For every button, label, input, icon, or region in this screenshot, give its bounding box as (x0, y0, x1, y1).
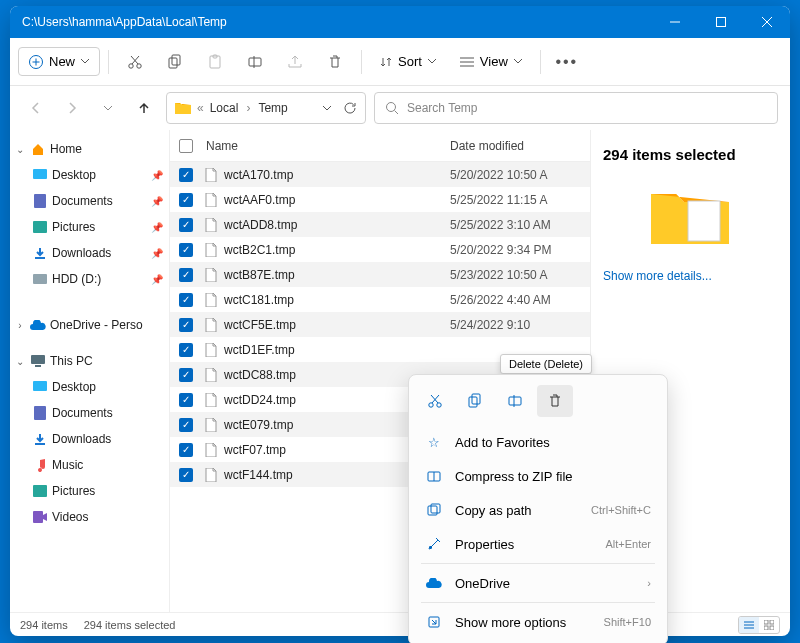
row-checkbox[interactable]: ✓ (179, 168, 193, 182)
file-icon (202, 368, 220, 382)
svg-rect-44 (469, 397, 477, 407)
sidebar-item-downloads2[interactable]: Downloads (10, 426, 169, 452)
status-count: 294 items (20, 619, 68, 631)
icons-view-button[interactable] (759, 617, 779, 633)
sidebar-item-onedrive[interactable]: ›OneDrive - Perso (10, 312, 169, 338)
svg-line-42 (432, 395, 439, 403)
more-button[interactable]: ••• (549, 44, 585, 80)
copy-button[interactable] (157, 44, 193, 80)
sidebar-item-music[interactable]: Music (10, 452, 169, 478)
table-row[interactable]: ✓wctADD8.tmp5/25/2022 3:10 AM (170, 212, 590, 237)
row-checkbox[interactable]: ✓ (179, 443, 193, 457)
svg-rect-29 (34, 406, 46, 420)
ctx-onedrive[interactable]: OneDrive› (415, 566, 661, 600)
ctx-rename-icon[interactable] (497, 385, 533, 417)
crumb-ellipsis: « (197, 101, 204, 115)
ctx-more-options[interactable]: Show more optionsShift+F10 (415, 605, 661, 639)
svg-rect-12 (172, 55, 180, 65)
file-icon (202, 343, 220, 357)
sort-button[interactable]: Sort (370, 48, 446, 75)
ctx-properties[interactable]: PropertiesAlt+Enter (415, 527, 661, 561)
recent-button[interactable] (94, 94, 122, 122)
ctx-copy-icon[interactable] (457, 385, 493, 417)
search-box[interactable]: Search Temp (374, 92, 778, 124)
column-headers: Name Date modified (170, 130, 590, 162)
sidebar-item-hdd[interactable]: HDD (D:)📌 (10, 266, 169, 292)
row-checkbox[interactable]: ✓ (179, 268, 193, 282)
row-checkbox[interactable]: ✓ (179, 393, 193, 407)
column-date[interactable]: Date modified (450, 139, 590, 153)
ctx-copy-path[interactable]: Copy as pathCtrl+Shift+C (415, 493, 661, 527)
ctx-cut-icon[interactable] (417, 385, 453, 417)
sidebar-item-desktop2[interactable]: Desktop (10, 374, 169, 400)
column-name[interactable]: Name (202, 139, 450, 153)
share-button[interactable] (277, 44, 313, 80)
sidebar-item-thispc[interactable]: ⌄This PC (10, 348, 169, 374)
svg-rect-31 (33, 511, 43, 523)
svg-rect-45 (472, 394, 480, 404)
ctx-compress-zip[interactable]: Compress to ZIP file (415, 459, 661, 493)
file-name: wctADD8.tmp (220, 218, 450, 232)
svg-rect-30 (33, 485, 47, 497)
file-name: wctCF5E.tmp (220, 318, 450, 332)
titlebar[interactable]: C:\Users\hamma\AppData\Local\Temp (10, 6, 790, 38)
table-row[interactable]: ✓wctA170.tmp5/20/2022 10:50 A (170, 162, 590, 187)
delete-button[interactable] (317, 44, 353, 80)
table-row[interactable]: ✓wctB87E.tmp5/23/2022 10:50 A (170, 262, 590, 287)
sidebar-item-desktop[interactable]: Desktop📌 (10, 162, 169, 188)
chevron-down-icon (81, 59, 89, 64)
new-button[interactable]: New (18, 47, 100, 76)
row-checkbox[interactable]: ✓ (179, 293, 193, 307)
crumb-local[interactable]: Local (210, 101, 239, 115)
sidebar-item-pictures2[interactable]: Pictures (10, 478, 169, 504)
show-more-link[interactable]: Show more details... (603, 269, 778, 283)
ctx-delete-icon[interactable] (537, 385, 573, 417)
details-view-button[interactable] (739, 617, 759, 633)
view-toggle[interactable] (738, 616, 780, 634)
forward-button[interactable] (58, 94, 86, 122)
sidebar-item-home[interactable]: ⌄Home (10, 136, 169, 162)
address-bar[interactable]: « Local › Temp (166, 92, 366, 124)
sidebar-item-documents[interactable]: Documents📌 (10, 188, 169, 214)
row-checkbox[interactable]: ✓ (179, 368, 193, 382)
row-checkbox[interactable]: ✓ (179, 318, 193, 332)
row-checkbox[interactable]: ✓ (179, 343, 193, 357)
row-checkbox[interactable]: ✓ (179, 418, 193, 432)
back-button[interactable] (22, 94, 50, 122)
table-row[interactable]: ✓wctAAF0.tmp5/25/2022 11:15 A (170, 187, 590, 212)
zip-icon (425, 469, 443, 483)
view-icon (460, 56, 474, 68)
row-checkbox[interactable]: ✓ (179, 243, 193, 257)
file-name: wctD1EF.tmp (220, 343, 450, 357)
minimize-button[interactable] (652, 6, 698, 38)
pc-icon (30, 353, 46, 369)
sidebar-item-documents2[interactable]: Documents (10, 400, 169, 426)
row-checkbox[interactable]: ✓ (179, 468, 193, 482)
view-button[interactable]: View (450, 48, 532, 75)
sidebar-item-downloads[interactable]: Downloads📌 (10, 240, 169, 266)
close-button[interactable] (744, 6, 790, 38)
table-row[interactable]: ✓wctB2C1.tmp5/20/2022 9:34 PM (170, 237, 590, 262)
cut-button[interactable] (117, 44, 153, 80)
paste-button[interactable] (197, 44, 233, 80)
select-all-checkbox[interactable] (179, 139, 193, 153)
file-icon (202, 268, 220, 282)
refresh-icon[interactable] (343, 101, 357, 115)
row-checkbox[interactable]: ✓ (179, 193, 193, 207)
rename-button[interactable] (237, 44, 273, 80)
svg-rect-15 (249, 58, 261, 66)
row-checkbox[interactable]: ✓ (179, 218, 193, 232)
up-button[interactable] (130, 94, 158, 122)
crumb-temp[interactable]: Temp (258, 101, 287, 115)
table-row[interactable]: ✓wctCF5E.tmp5/24/2022 9:10 (170, 312, 590, 337)
sidebar-item-videos[interactable]: Videos (10, 504, 169, 530)
file-icon (202, 193, 220, 207)
ctx-add-favorites[interactable]: ☆Add to Favorites (415, 425, 661, 459)
chevron-down-icon[interactable] (323, 106, 331, 111)
maximize-button[interactable] (698, 6, 744, 38)
table-row[interactable]: ✓wctC181.tmp5/26/2022 4:40 AM (170, 287, 590, 312)
sidebar-item-pictures[interactable]: Pictures📌 (10, 214, 169, 240)
svg-rect-27 (35, 365, 41, 367)
svg-point-40 (429, 403, 433, 407)
window-title: C:\Users\hamma\AppData\Local\Temp (22, 15, 652, 29)
